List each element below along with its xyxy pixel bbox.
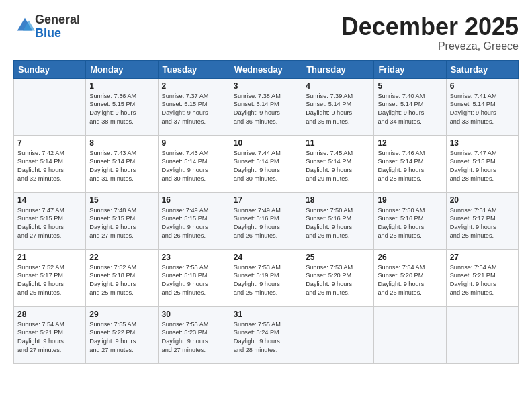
day-number: 7 [17, 138, 82, 148]
day-info: Sunrise: 7:52 AMSunset: 5:18 PMDaylight:… [89, 263, 154, 298]
header: General Blue December 2025 Preveza, Gree… [13, 13, 519, 52]
day-cell: 12Sunrise: 7:46 AMSunset: 5:14 PMDayligh… [374, 135, 446, 192]
day-cell: 16Sunrise: 7:49 AMSunset: 5:15 PMDayligh… [158, 192, 230, 249]
header-day-thursday: Thursday [302, 60, 374, 78]
day-info: Sunrise: 7:47 AMSunset: 5:15 PMDaylight:… [17, 206, 82, 241]
day-cell: 21Sunrise: 7:52 AMSunset: 5:17 PMDayligh… [14, 249, 86, 306]
day-info: Sunrise: 7:42 AMSunset: 5:14 PMDaylight:… [17, 149, 82, 184]
day-info: Sunrise: 7:41 AMSunset: 5:14 PMDaylight:… [450, 92, 515, 127]
month-title: December 2025 [341, 13, 519, 40]
title-block: December 2025 Preveza, Greece [341, 13, 519, 52]
day-number: 22 [89, 253, 154, 262]
day-cell: 11Sunrise: 7:45 AMSunset: 5:14 PMDayligh… [302, 135, 374, 192]
page: General Blue December 2025 Preveza, Gree… [0, 0, 532, 411]
day-info: Sunrise: 7:55 AMSunset: 5:24 PMDaylight:… [234, 320, 298, 355]
day-info: Sunrise: 7:54 AMSunset: 5:20 PMDaylight:… [378, 263, 442, 298]
week-row-2: 7Sunrise: 7:42 AMSunset: 5:14 PMDaylight… [14, 135, 519, 192]
day-number: 9 [162, 138, 226, 148]
day-info: Sunrise: 7:49 AMSunset: 5:15 PMDaylight:… [162, 206, 226, 241]
day-number: 18 [306, 195, 370, 205]
location: Preveza, Greece [341, 40, 519, 52]
day-cell [14, 78, 86, 135]
day-info: Sunrise: 7:52 AMSunset: 5:17 PMDaylight:… [17, 263, 82, 298]
day-number: 21 [17, 253, 82, 262]
day-cell: 24Sunrise: 7:53 AMSunset: 5:19 PMDayligh… [230, 249, 302, 306]
day-info: Sunrise: 7:37 AMSunset: 5:15 PMDaylight:… [162, 92, 226, 127]
day-info: Sunrise: 7:43 AMSunset: 5:14 PMDaylight:… [162, 149, 226, 184]
week-row-4: 21Sunrise: 7:52 AMSunset: 5:17 PMDayligh… [14, 249, 519, 306]
day-info: Sunrise: 7:53 AMSunset: 5:19 PMDaylight:… [234, 263, 298, 298]
day-cell: 29Sunrise: 7:55 AMSunset: 5:22 PMDayligh… [86, 306, 158, 363]
week-row-1: 1Sunrise: 7:36 AMSunset: 5:15 PMDaylight… [14, 78, 519, 135]
header-day-monday: Monday [86, 60, 158, 78]
day-number: 30 [162, 310, 226, 319]
day-info: Sunrise: 7:40 AMSunset: 5:14 PMDaylight:… [378, 92, 442, 127]
day-number: 1 [89, 81, 154, 91]
day-cell: 5Sunrise: 7:40 AMSunset: 5:14 PMDaylight… [374, 78, 446, 135]
header-day-sunday: Sunday [14, 60, 86, 78]
day-number: 12 [378, 138, 442, 148]
day-number: 16 [162, 195, 226, 205]
day-cell: 25Sunrise: 7:53 AMSunset: 5:20 PMDayligh… [302, 249, 374, 306]
day-info: Sunrise: 7:51 AMSunset: 5:17 PMDaylight:… [450, 206, 515, 241]
logo-icon [15, 15, 35, 36]
day-number: 26 [378, 253, 442, 262]
day-cell: 22Sunrise: 7:52 AMSunset: 5:18 PMDayligh… [86, 249, 158, 306]
header-day-tuesday: Tuesday [158, 60, 230, 78]
day-info: Sunrise: 7:44 AMSunset: 5:14 PMDaylight:… [234, 149, 298, 184]
day-number: 31 [234, 310, 298, 319]
day-info: Sunrise: 7:54 AMSunset: 5:21 PMDaylight:… [17, 320, 82, 355]
day-cell: 7Sunrise: 7:42 AMSunset: 5:14 PMDaylight… [14, 135, 86, 192]
week-row-3: 14Sunrise: 7:47 AMSunset: 5:15 PMDayligh… [14, 192, 519, 249]
day-number: 17 [234, 195, 298, 205]
header-day-wednesday: Wednesday [230, 60, 302, 78]
day-number: 13 [450, 138, 515, 148]
day-number: 3 [234, 81, 298, 91]
day-cell: 3Sunrise: 7:38 AMSunset: 5:14 PMDaylight… [230, 78, 302, 135]
day-cell: 1Sunrise: 7:36 AMSunset: 5:15 PMDaylight… [86, 78, 158, 135]
day-cell: 27Sunrise: 7:54 AMSunset: 5:21 PMDayligh… [446, 249, 518, 306]
day-cell: 20Sunrise: 7:51 AMSunset: 5:17 PMDayligh… [446, 192, 518, 249]
header-row: SundayMondayTuesdayWednesdayThursdayFrid… [14, 60, 519, 78]
day-info: Sunrise: 7:39 AMSunset: 5:14 PMDaylight:… [306, 92, 370, 127]
day-cell: 9Sunrise: 7:43 AMSunset: 5:14 PMDaylight… [158, 135, 230, 192]
day-cell: 14Sunrise: 7:47 AMSunset: 5:15 PMDayligh… [14, 192, 86, 249]
day-cell: 28Sunrise: 7:54 AMSunset: 5:21 PMDayligh… [14, 306, 86, 363]
week-row-5: 28Sunrise: 7:54 AMSunset: 5:21 PMDayligh… [14, 306, 519, 363]
logo-text: General Blue [35, 13, 80, 40]
day-info: Sunrise: 7:53 AMSunset: 5:18 PMDaylight:… [162, 263, 226, 298]
calendar-table: SundayMondayTuesdayWednesdayThursdayFrid… [13, 60, 519, 364]
day-number: 25 [306, 253, 370, 262]
day-cell: 31Sunrise: 7:55 AMSunset: 5:24 PMDayligh… [230, 306, 302, 363]
day-cell: 15Sunrise: 7:48 AMSunset: 5:15 PMDayligh… [86, 192, 158, 249]
day-info: Sunrise: 7:55 AMSunset: 5:22 PMDaylight:… [89, 320, 154, 355]
day-number: 27 [450, 253, 515, 262]
day-cell: 30Sunrise: 7:55 AMSunset: 5:23 PMDayligh… [158, 306, 230, 363]
day-cell: 6Sunrise: 7:41 AMSunset: 5:14 PMDaylight… [446, 78, 518, 135]
day-number: 28 [17, 310, 82, 319]
day-cell: 18Sunrise: 7:50 AMSunset: 5:16 PMDayligh… [302, 192, 374, 249]
day-cell: 10Sunrise: 7:44 AMSunset: 5:14 PMDayligh… [230, 135, 302, 192]
day-cell [374, 306, 446, 363]
day-info: Sunrise: 7:55 AMSunset: 5:23 PMDaylight:… [162, 320, 226, 355]
day-cell: 26Sunrise: 7:54 AMSunset: 5:20 PMDayligh… [374, 249, 446, 306]
day-info: Sunrise: 7:46 AMSunset: 5:14 PMDaylight:… [378, 149, 442, 184]
logo-blue: Blue [35, 26, 61, 40]
day-cell: 8Sunrise: 7:43 AMSunset: 5:14 PMDaylight… [86, 135, 158, 192]
header-day-saturday: Saturday [446, 60, 518, 78]
day-info: Sunrise: 7:54 AMSunset: 5:21 PMDaylight:… [450, 263, 515, 298]
day-number: 8 [89, 138, 154, 148]
day-info: Sunrise: 7:53 AMSunset: 5:20 PMDaylight:… [306, 263, 370, 298]
day-info: Sunrise: 7:47 AMSunset: 5:15 PMDaylight:… [450, 149, 515, 184]
day-number: 11 [306, 138, 370, 148]
day-number: 2 [162, 81, 226, 91]
day-number: 20 [450, 195, 515, 205]
day-number: 4 [306, 81, 370, 91]
header-day-friday: Friday [374, 60, 446, 78]
day-cell: 23Sunrise: 7:53 AMSunset: 5:18 PMDayligh… [158, 249, 230, 306]
day-number: 24 [234, 253, 298, 262]
day-info: Sunrise: 7:50 AMSunset: 5:16 PMDaylight:… [306, 206, 370, 241]
day-info: Sunrise: 7:38 AMSunset: 5:14 PMDaylight:… [234, 92, 298, 127]
day-number: 14 [17, 195, 82, 205]
day-info: Sunrise: 7:36 AMSunset: 5:15 PMDaylight:… [89, 92, 154, 127]
